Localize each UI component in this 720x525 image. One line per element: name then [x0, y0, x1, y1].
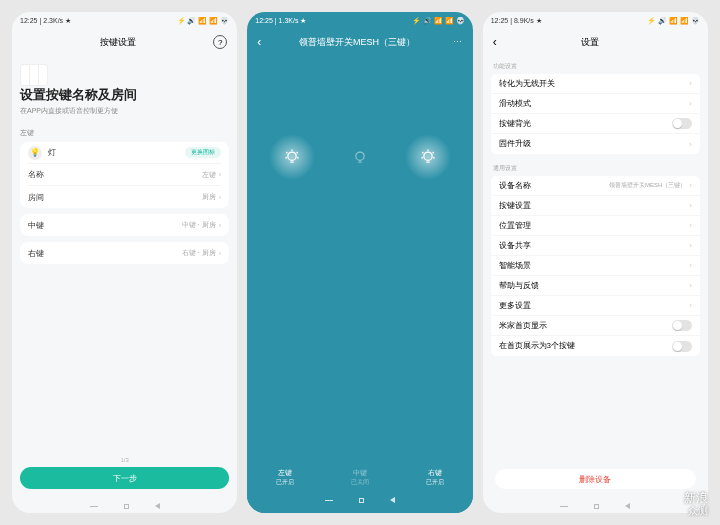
chevron-right-icon: ›	[219, 249, 222, 258]
settings-row[interactable]: 设备名称领普墙壁开关MESH（三键）›	[491, 176, 700, 196]
row-label: 固件升级	[499, 139, 531, 149]
section-label-general: 通用设置	[493, 164, 700, 173]
header-subtitle: 在APP内直接或语音控制更方便	[20, 106, 229, 116]
chevron-right-icon: ›	[219, 170, 222, 179]
right-bulb-button[interactable]	[405, 134, 451, 180]
settings-row[interactable]: 在首页展示为3个按键	[491, 336, 700, 356]
row-label: 按键设置	[499, 201, 531, 211]
next-button[interactable]: 下一步	[20, 467, 229, 489]
chevron-right-icon: ›	[689, 241, 692, 250]
row-label: 滑动模式	[499, 99, 531, 109]
chevron-right-icon: ›	[219, 193, 222, 202]
bulb-labels: 左键已开启 中键已关闭 右键已开启	[247, 468, 472, 487]
page-title: 按键设置	[100, 36, 136, 49]
nav-bar: ‹ 领普墙壁开关MESH（三键） ⋯	[247, 30, 472, 54]
chevron-right-icon: ›	[689, 99, 692, 108]
android-nav[interactable]	[491, 499, 700, 513]
svg-point-0	[287, 152, 295, 160]
left-key-label: 左键	[20, 128, 229, 138]
row-label: 按键背光	[499, 119, 531, 129]
more-button[interactable]: ⋯	[453, 37, 463, 47]
left-bulb-button[interactable]	[269, 134, 315, 180]
chevron-right-icon: ›	[689, 261, 692, 270]
mid-key-row[interactable]: 中键 中键 · 厨房›	[28, 214, 221, 236]
settings-row[interactable]: 设备共享›	[491, 236, 700, 256]
back-button[interactable]: ‹	[257, 35, 261, 49]
right-key-row[interactable]: 右键 右键 · 厨房›	[28, 242, 221, 264]
device-row[interactable]: 💡 灯 更换图标	[28, 142, 221, 164]
status-bar: 12:25 | 2.3K/s ★ ⚡ 🔊 📶 📶 💀	[12, 12, 237, 30]
chevron-right-icon: ›	[689, 201, 692, 210]
toggle[interactable]	[672, 341, 692, 352]
settings-row[interactable]: 米家首页显示	[491, 316, 700, 336]
chevron-right-icon: ›	[689, 79, 692, 88]
status-bar: 12:25 | 1.3K/s ★ ⚡ 🔊 📶 📶 💀	[247, 12, 472, 30]
mid-bulb-button[interactable]	[337, 134, 383, 180]
screen-button-settings: 12:25 | 2.3K/s ★ ⚡ 🔊 📶 📶 💀 按键设置 ? 设置按键名称…	[12, 12, 237, 513]
delete-device-button[interactable]: 删除设备	[495, 469, 696, 489]
chevron-right-icon: ›	[219, 221, 222, 230]
settings-row[interactable]: 固件升级›	[491, 134, 700, 154]
android-nav[interactable]	[20, 499, 229, 513]
android-nav[interactable]	[247, 493, 472, 507]
row-label: 位置管理	[499, 221, 531, 231]
row-label: 在首页展示为3个按键	[499, 341, 575, 351]
chevron-right-icon: ›	[689, 301, 692, 310]
name-row[interactable]: 名称 左键›	[28, 164, 221, 186]
page-title: 设置	[581, 36, 599, 49]
help-icon[interactable]: ?	[213, 35, 227, 49]
row-label: 设备名称	[499, 181, 531, 191]
chevron-right-icon: ›	[689, 140, 692, 149]
nav-bar: 按键设置 ?	[12, 30, 237, 54]
row-label: 帮助与反馈	[499, 281, 539, 291]
watermark: 新浪 众测	[684, 491, 708, 517]
section-label-features: 功能设置	[493, 62, 700, 71]
room-row[interactable]: 房间 厨房›	[28, 186, 221, 208]
screen-device-control: 12:25 | 1.3K/s ★ ⚡ 🔊 📶 📶 💀 ‹ 领普墙壁开关MESH（…	[247, 12, 472, 513]
screen-settings: 12:25 | 8.9K/s ★ ⚡ 🔊 📶 📶 💀 ‹ 设置 功能设置 转化为…	[483, 12, 708, 513]
settings-row[interactable]: 位置管理›	[491, 216, 700, 236]
settings-row[interactable]: 按键设置›	[491, 196, 700, 216]
settings-row[interactable]: 按键背光	[491, 114, 700, 134]
row-label: 米家首页显示	[499, 321, 547, 331]
back-button[interactable]: ‹	[493, 35, 497, 49]
page-title: 领普墙壁开关MESH（三键）	[299, 36, 415, 49]
svg-point-2	[424, 152, 432, 160]
chevron-right-icon: ›	[689, 181, 692, 190]
settings-row[interactable]: 转化为无线开关›	[491, 74, 700, 94]
row-label: 更多设置	[499, 301, 531, 311]
row-label: 转化为无线开关	[499, 79, 555, 89]
toggle[interactable]	[672, 320, 692, 331]
svg-point-1	[356, 152, 364, 160]
status-bar: 12:25 | 8.9K/s ★ ⚡ 🔊 📶 📶 💀	[483, 12, 708, 30]
chevron-right-icon: ›	[689, 221, 692, 230]
settings-row[interactable]: 帮助与反馈›	[491, 276, 700, 296]
change-icon-button[interactable]: 更换图标	[185, 147, 221, 158]
row-label: 设备共享	[499, 241, 531, 251]
settings-row[interactable]: 滑动模式›	[491, 94, 700, 114]
settings-row[interactable]: 智能场景›	[491, 256, 700, 276]
chevron-right-icon: ›	[689, 281, 692, 290]
header-title: 设置按键名称及房间	[20, 86, 229, 104]
progress-indicator: 1/3	[20, 457, 229, 463]
row-label: 智能场景	[499, 261, 531, 271]
settings-row[interactable]: 更多设置›	[491, 296, 700, 316]
switch-illustration	[20, 64, 48, 86]
toggle[interactable]	[672, 118, 692, 129]
nav-bar: ‹ 设置	[483, 30, 708, 54]
bulb-icon: 💡	[28, 146, 42, 160]
